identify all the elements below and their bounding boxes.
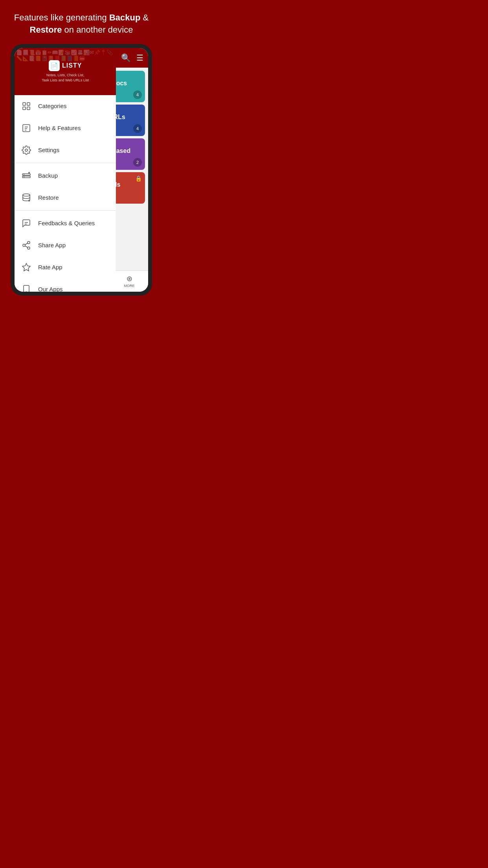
svg-line-18 [25,246,28,247]
backup-label: Backup [38,172,58,179]
restore-label: Restore [38,194,59,201]
divider-2 [15,210,116,211]
headline-restore: Restore [30,25,62,35]
drawer: 📄📃📜📅📋✏📖📝📚📈📇📊✉📌📍📎📏📐📑📒📓📔📕📗📘📙📛 📄 LISTY Note… [15,48,116,292]
drawer-item-backup[interactable]: Backup [15,165,116,187]
card-badge: 4 [133,124,142,133]
drawer-logo-icon: 📄 [49,60,60,71]
share-icon [21,240,32,251]
more-icon: ⊛ [127,274,132,283]
drawer-item-feedbacks[interactable]: Feedbacks & Queries [15,212,116,234]
drawer-menu: Categories Help & Features [15,95,116,292]
drawer-item-restore[interactable]: Restore [15,187,116,209]
card-badge: 2 [133,158,142,167]
drawer-item-categories[interactable]: Categories [15,95,116,117]
drawer-item-ourapps[interactable]: Our Apps [15,278,116,292]
settings-icon [21,145,32,156]
settings-label: Settings [38,147,59,153]
backup-icon [21,170,32,181]
apps-icon [21,284,32,292]
drawer-header: 📄📃📜📅📋✏📖📝📚📈📇📊✉📌📍📎📏📐📑📒📓📔📕📗📘📙📛 📄 LISTY Note… [15,48,116,95]
svg-marker-20 [22,263,30,271]
svg-point-7 [25,149,28,151]
card-lock-icon: 🔒 [135,175,142,182]
headline-text: Features like generating Backup & Restor… [14,13,149,35]
drawer-logo-row: 📄 LISTY [49,60,82,71]
headline-backup: Backup [109,13,140,22]
svg-rect-21 [24,285,29,292]
help-label: Help & Features [38,125,81,131]
our-apps-label: Our Apps [38,286,63,292]
share-app-label: Share App [38,242,66,248]
svg-rect-4 [23,125,30,132]
svg-rect-0 [23,103,26,105]
drawer-item-rate[interactable]: Rate App [15,256,116,278]
svg-point-16 [23,244,25,246]
drawer-item-help[interactable]: Help & Features [15,117,116,139]
phone-inner: 🔍 ☰ ments List tional Docs 4 Url List rt… [15,48,148,292]
divider-1 [15,163,116,163]
drawer-header-bg: 📄📃📜📅📋✏📖📝📚📈📇📊✉📌📍📎📏📐📑📒📓📔📕📗📘📙📛 [15,48,116,95]
help-icon [21,123,32,134]
headline: Features like generating Backup & Restor… [0,0,163,44]
categories-icon [21,101,32,112]
drawer-item-share[interactable]: Share App [15,234,116,256]
phone-outer: 🔍 ☰ ments List tional Docs 4 Url List rt… [11,44,152,296]
search-icon[interactable]: 🔍 [121,53,131,63]
drawer-app-name: LISTY [62,62,82,69]
menu-icon[interactable]: ☰ [136,53,143,63]
svg-point-15 [28,241,30,244]
svg-rect-3 [27,107,30,110]
card-badge: 4 [133,90,142,99]
svg-point-17 [28,247,30,249]
drawer-app-subtitle: Notes, Lists, Check List, Task Lists and… [42,73,89,83]
bottom-nav-more[interactable]: ⊛ MORE [114,274,145,288]
rate-app-label: Rate App [38,264,62,270]
svg-line-19 [25,243,28,245]
page-root: Features like generating Backup & Restor… [0,0,163,303]
more-label: MORE [124,284,135,288]
svg-rect-2 [23,107,26,110]
feedback-icon [21,218,32,229]
feedbacks-label: Feedbacks & Queries [38,220,95,226]
drawer-item-settings[interactable]: Settings [15,139,116,161]
svg-rect-1 [27,103,30,105]
restore-icon [21,192,32,203]
categories-label: Categories [38,103,67,109]
star-icon [21,262,32,273]
svg-point-12 [23,194,30,196]
